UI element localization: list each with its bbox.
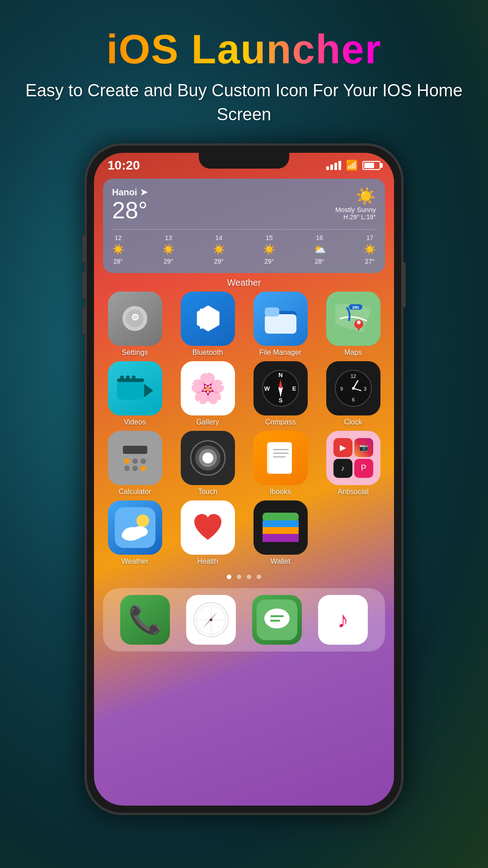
svg-point-11 bbox=[357, 321, 361, 324]
svg-rect-72 bbox=[270, 620, 280, 622]
health-label: Health bbox=[197, 557, 218, 566]
app-item-ibooks[interactable]: Ibooks bbox=[246, 431, 314, 496]
svg-text:12: 12 bbox=[350, 373, 356, 379]
health-icon bbox=[181, 500, 235, 555]
page-dot-2[interactable] bbox=[247, 575, 251, 579]
app-subtitle: Easy to Create and Buy Custom Icon For Y… bbox=[18, 79, 470, 127]
battery-icon bbox=[362, 161, 380, 170]
svg-text:3: 3 bbox=[363, 386, 366, 392]
svg-rect-71 bbox=[270, 615, 284, 617]
bluetooth-icon: ⬢ bbox=[181, 292, 235, 346]
maps-label: Maps bbox=[344, 349, 362, 357]
touch-icon bbox=[181, 431, 235, 485]
svg-point-51 bbox=[136, 514, 149, 527]
svg-text:W: W bbox=[264, 385, 270, 392]
forecast-day-3: 15 ☀️ 29° bbox=[263, 234, 275, 265]
settings-label: Settings bbox=[122, 349, 148, 357]
app-header: iOS Launcher Easy to Create and Buy Cust… bbox=[0, 0, 488, 140]
svg-point-69 bbox=[264, 609, 290, 628]
phone-screen: 10:20 📶 bbox=[94, 153, 394, 806]
pinterest-mini-icon: P bbox=[354, 459, 373, 478]
svg-rect-12 bbox=[117, 382, 144, 400]
svg-rect-5 bbox=[265, 307, 279, 316]
page-dot-1[interactable] bbox=[237, 575, 241, 579]
svg-point-32 bbox=[352, 387, 355, 390]
dock: 📞 bbox=[103, 588, 385, 651]
forecast-icon-0: ☀️ bbox=[112, 244, 124, 255]
app-item-calculator[interactable]: Calculator bbox=[101, 431, 169, 496]
app-item-maps[interactable]: 280 Maps bbox=[319, 292, 387, 357]
wifi-icon: 📶 bbox=[346, 160, 358, 171]
app-item-compass[interactable]: N S W E Compass bbox=[246, 361, 314, 426]
compass-icon: N S W E bbox=[253, 361, 308, 415]
maps-icon: 280 bbox=[326, 292, 380, 346]
app-item-weather[interactable]: Weather bbox=[101, 500, 169, 566]
page-dot-3[interactable] bbox=[257, 575, 261, 579]
app-item-filemanager[interactable]: File Manager bbox=[246, 292, 314, 357]
settings-icon: ⚙ bbox=[108, 292, 162, 346]
calculator-icon bbox=[108, 431, 162, 485]
app-item-touch[interactable]: Touch bbox=[174, 431, 242, 496]
app-item-health[interactable]: Health bbox=[174, 500, 242, 566]
antisocial-icon: ▶ 📷 ♪ P bbox=[326, 431, 380, 485]
status-time: 10:20 bbox=[108, 158, 140, 173]
page-dot-0[interactable] bbox=[227, 575, 231, 579]
dock-messages-icon bbox=[252, 595, 302, 645]
wallet-icon bbox=[253, 500, 308, 555]
svg-rect-60 bbox=[263, 534, 299, 542]
page-dots bbox=[94, 575, 394, 579]
svg-rect-16 bbox=[132, 376, 136, 380]
app-grid: ⚙ Settings ⬢ Bluetooth bbox=[94, 292, 394, 566]
signal-bar-1 bbox=[326, 166, 329, 170]
dock-music-icon: ♪ bbox=[318, 595, 368, 645]
youtube-mini-icon: ▶ bbox=[333, 438, 352, 457]
app-item-wallet[interactable]: Wallet bbox=[246, 500, 314, 566]
svg-point-39 bbox=[132, 466, 138, 471]
svg-text:280: 280 bbox=[352, 305, 359, 310]
svg-point-44 bbox=[202, 453, 213, 463]
forecast-day-0: 12 ☀️ 28° bbox=[112, 234, 124, 265]
svg-rect-48 bbox=[273, 453, 289, 454]
app-item-clock[interactable]: 12 3 6 9 Clock bbox=[319, 361, 387, 426]
status-icons: 📶 bbox=[326, 160, 380, 171]
dock-item-safari[interactable] bbox=[186, 595, 236, 645]
weather-forecast: 12 ☀️ 28° 13 ☀️ 29° 14 ☀️ 29° bbox=[112, 229, 376, 265]
touch-label: Touch bbox=[198, 488, 217, 496]
svg-rect-15 bbox=[126, 376, 130, 380]
gallery-label: Gallery bbox=[196, 418, 219, 426]
weather-widget[interactable]: Hanoi ➤ 28° ☀️ Mostly Sunny H:29° L:19° bbox=[103, 179, 385, 273]
weather-city: Hanoi ➤ bbox=[112, 187, 148, 198]
signal-bar-2 bbox=[330, 165, 333, 170]
app-item-gallery[interactable]: 🌸 Gallery bbox=[174, 361, 242, 426]
filemanager-icon bbox=[253, 292, 308, 346]
svg-rect-49 bbox=[273, 456, 286, 458]
dock-item-music[interactable]: ♪ bbox=[318, 595, 368, 645]
svg-marker-17 bbox=[144, 384, 153, 397]
videos-icon bbox=[108, 361, 162, 415]
forecast-day-4: 16 ⛅ 28° bbox=[314, 234, 326, 265]
forecast-day-2: 14 ☀️ 29° bbox=[213, 234, 225, 265]
dock-item-phone[interactable]: 📞 bbox=[120, 595, 170, 645]
phone-handset-icon: 📞 bbox=[128, 604, 162, 636]
phone-notch bbox=[199, 153, 289, 169]
weather-app-label: Weather bbox=[121, 557, 148, 566]
app-item-bluetooth[interactable]: ⬢ Bluetooth bbox=[174, 292, 242, 357]
app-item-settings[interactable]: ⚙ Settings bbox=[101, 292, 169, 357]
antisocial-grid: ▶ 📷 ♪ P bbox=[330, 434, 377, 481]
app-item-videos[interactable]: Videos bbox=[101, 361, 169, 426]
svg-point-38 bbox=[124, 466, 130, 471]
svg-point-35 bbox=[124, 458, 130, 464]
svg-text:6: 6 bbox=[352, 397, 354, 402]
app-item-antisocial[interactable]: ▶ 📷 ♪ P Anti bbox=[319, 431, 387, 496]
filemanager-label: File Manager bbox=[259, 349, 301, 357]
videos-label: Videos bbox=[124, 418, 146, 426]
forecast-day-1: 13 ☀️ 29° bbox=[162, 234, 174, 265]
weather-hi-lo: H:29° L:19° bbox=[335, 213, 376, 221]
svg-rect-47 bbox=[273, 449, 289, 450]
dock-safari-icon bbox=[186, 595, 236, 645]
dock-item-messages[interactable] bbox=[252, 595, 302, 645]
signal-bars-icon bbox=[326, 161, 341, 170]
svg-point-40 bbox=[141, 466, 146, 471]
wallet-label: Wallet bbox=[271, 557, 291, 566]
calculator-label: Calculator bbox=[118, 488, 151, 496]
